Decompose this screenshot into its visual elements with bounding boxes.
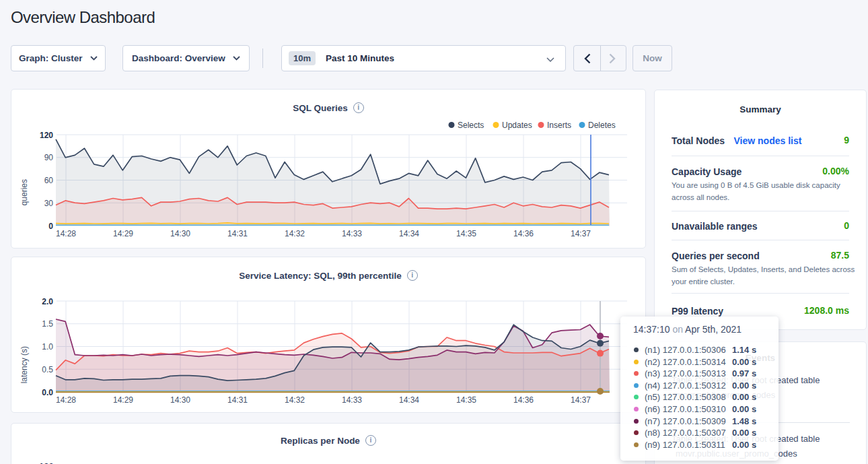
svg-text:14:31: 14:31 bbox=[227, 395, 248, 405]
svg-text:14:36: 14:36 bbox=[513, 395, 534, 405]
svg-text:14:30: 14:30 bbox=[170, 395, 190, 405]
svg-text:90: 90 bbox=[44, 153, 54, 162]
svg-text:1.5: 1.5 bbox=[42, 319, 53, 329]
svg-text:14:35: 14:35 bbox=[456, 229, 476, 238]
svg-text:14:32: 14:32 bbox=[285, 229, 305, 238]
svg-text:0.0: 0.0 bbox=[42, 388, 53, 397]
svg-text:14:33: 14:33 bbox=[342, 395, 362, 405]
svg-text:14:28: 14:28 bbox=[56, 229, 76, 238]
svg-text:Updates: Updates bbox=[502, 121, 532, 130]
svg-text:1.0: 1.0 bbox=[42, 342, 53, 352]
svg-text:14:29: 14:29 bbox=[113, 395, 133, 405]
svg-text:0.5: 0.5 bbox=[42, 365, 53, 374]
svg-text:Selects: Selects bbox=[458, 121, 484, 130]
svg-text:14:36: 14:36 bbox=[513, 229, 534, 238]
svg-text:14:30: 14:30 bbox=[170, 229, 190, 238]
svg-text:30: 30 bbox=[44, 199, 54, 208]
svg-text:Deletes: Deletes bbox=[588, 121, 616, 130]
svg-text:14:32: 14:32 bbox=[285, 395, 305, 405]
svg-text:120: 120 bbox=[40, 131, 53, 140]
svg-text:14:31: 14:31 bbox=[227, 229, 248, 238]
svg-text:14:33: 14:33 bbox=[342, 229, 362, 238]
svg-text:14:37: 14:37 bbox=[571, 395, 591, 405]
svg-text:60: 60 bbox=[44, 176, 54, 185]
svg-text:Inserts: Inserts bbox=[547, 121, 571, 130]
svg-text:14:29: 14:29 bbox=[113, 229, 133, 238]
svg-text:14:35: 14:35 bbox=[456, 395, 476, 405]
svg-text:0: 0 bbox=[48, 222, 53, 231]
svg-text:latency (s): latency (s) bbox=[20, 346, 29, 383]
svg-text:14:37: 14:37 bbox=[571, 229, 591, 238]
svg-text:14:28: 14:28 bbox=[56, 395, 76, 405]
svg-text:14:34: 14:34 bbox=[399, 229, 419, 238]
svg-text:2.0: 2.0 bbox=[42, 297, 53, 306]
svg-text:queries: queries bbox=[20, 179, 29, 205]
svg-text:14:34: 14:34 bbox=[399, 395, 419, 405]
